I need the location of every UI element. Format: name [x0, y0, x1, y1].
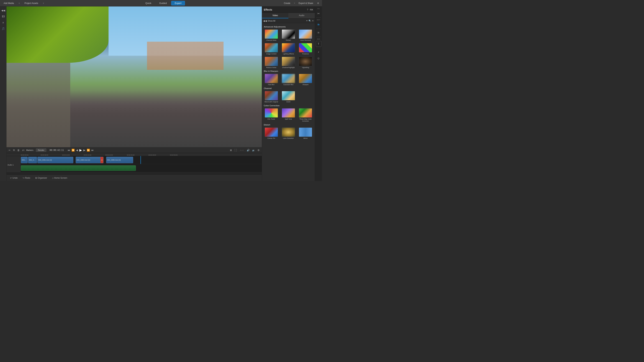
render-button[interactable]: Render: [36, 148, 46, 152]
export-share-button[interactable]: Export & Share: [297, 1, 315, 5]
monitor-settings-icon[interactable]: 🖥: [229, 148, 233, 152]
prev-frame-button[interactable]: ◀: [76, 148, 78, 152]
volume-icon[interactable]: 🔉: [252, 148, 256, 152]
thumb-lens-distortion: [282, 127, 295, 137]
label-three-way-corrector: Three-Way Color Corrector: [298, 118, 313, 122]
section-advanced-adjustments: Advanced Adjustments: [264, 26, 314, 28]
effect-gaussian-blur[interactable]: Gaussian Blur: [280, 73, 296, 86]
mode-guided[interactable]: Guided: [156, 1, 170, 5]
clip-img0368[interactable]: IMG_0368.: [28, 157, 37, 163]
effect-image-control[interactable]: Image Control: [263, 42, 280, 55]
ts-1: 00:00:08:00: [40, 154, 48, 156]
timeline-settings-icon[interactable]: ⚙: [257, 148, 260, 152]
audio-level-icon[interactable]: 🔊: [246, 148, 250, 152]
mode-expert[interactable]: Expert: [171, 1, 185, 5]
project-assets-button[interactable]: Project Assets: [23, 1, 40, 5]
redo-button[interactable]: ↪ Redo: [21, 176, 32, 180]
clip-img0385[interactable]: IMG_0385.mov [A]: [106, 157, 133, 163]
clip-img0383[interactable]: IMG_0383.mov [A] ✕: [76, 157, 104, 163]
audio-clip-1[interactable]: [21, 165, 136, 171]
organizer-button[interactable]: ⊞ Organizer: [34, 176, 48, 180]
scissors-tool-button[interactable]: ✂: [316, 10, 322, 16]
ts-7: 00:00:56:00: [170, 154, 178, 156]
effect-shadow-highlight[interactable]: Shadow/Highlight: [280, 56, 296, 69]
create-button[interactable]: Create: [282, 1, 292, 5]
sidebar-collapse-icon[interactable]: ◀◀: [1, 8, 6, 13]
thumb-channel-mixer: [265, 29, 278, 39]
thumb-lighting-effects: [282, 43, 295, 52]
effect-haze-removal[interactable]: Haze Removal: [298, 29, 314, 42]
label-haze-removal: Haze Removal: [300, 39, 311, 41]
markers-icon[interactable]: 🏷: [22, 148, 25, 152]
sidebar-layers-icon[interactable]: ≡: [1, 20, 6, 25]
label-lighting-effects: Lighting Effects: [283, 53, 294, 55]
tab-video[interactable]: Video: [262, 13, 288, 18]
add-section-label: ADD: [317, 38, 320, 40]
effect-corner-pin[interactable]: Corner Pin: [263, 127, 280, 140]
effect-channel-mixer[interactable]: Channel Mixer: [263, 29, 280, 42]
mode-quick[interactable]: Quick: [142, 1, 155, 5]
text-tool-button[interactable]: T: [316, 41, 322, 47]
timeline: 00:00:00:00 00:00:08:00 00:00:16:00 00:0…: [6, 153, 262, 175]
delete-icon[interactable]: 🗑: [16, 148, 20, 152]
effects-panel-title: Effects: [264, 8, 272, 11]
tab-audio[interactable]: Audio: [288, 13, 315, 18]
blur-sharpen-grid: Fast Blur Gaussian Blur Sharpen: [263, 73, 314, 86]
clip-img03[interactable]: IMG_03: [21, 157, 28, 163]
ts-4: 00:00:32:00: [105, 154, 113, 156]
edit-tool-button[interactable]: fx: [316, 22, 322, 27]
advanced-adjustments-grid: Channel Mixer Extract Haze Removal Image…: [263, 29, 314, 69]
top-right-actions: Create ▼ Export & Share ⚙: [282, 1, 320, 5]
effect-hsl-tuner[interactable]: HSL Tuner: [263, 108, 280, 123]
go-to-start-button[interactable]: ⏮: [67, 148, 70, 152]
duplicate-icon[interactable]: ⧉: [12, 148, 16, 152]
effects-help-button[interactable]: ?: [306, 8, 309, 11]
settings-icon-button[interactable]: ⚙: [316, 1, 320, 5]
thumb-mirror: [299, 127, 312, 137]
distort-grid: Corner Pin Lens Distortion Mirror: [263, 127, 314, 140]
effect-split-tone[interactable]: Split Tone: [280, 108, 296, 123]
sidebar-audio-icon[interactable]: 🎵: [1, 26, 6, 31]
play-button[interactable]: ▶: [79, 148, 82, 152]
show-all-button[interactable]: Show All: [268, 20, 305, 22]
home-screen-button[interactable]: ⌂ Home Screen: [51, 176, 69, 180]
effects-tool-button[interactable]: fx: [316, 30, 322, 35]
effect-lighting-effects[interactable]: Lighting Effects: [280, 42, 296, 55]
effect-lens-distortion[interactable]: Lens Distortion: [280, 127, 296, 140]
thumb-sharpen: [299, 74, 312, 83]
next-frame-button[interactable]: ▶: [83, 148, 86, 152]
effects-scroll-area[interactable]: Advanced Adjustments Channel Mixer Extra…: [262, 23, 315, 181]
effect-blend-original[interactable]: Blend with Original: [263, 90, 280, 103]
effect-mirror[interactable]: Mirror: [298, 127, 314, 140]
effect-vignetting[interactable]: Vignetting: [298, 56, 314, 69]
fullscreen-icon[interactable]: ⛶: [234, 148, 238, 152]
playhead[interactable]: [140, 156, 141, 164]
go-to-end-button[interactable]: ⏭: [91, 148, 94, 152]
effect-posterize[interactable]: Posterize: [298, 42, 314, 55]
label-image-control: Image Control: [266, 53, 276, 55]
step-forward-button[interactable]: ⏩: [86, 148, 90, 152]
mode-tabs: Quick Guided Expert: [47, 1, 280, 5]
smart-trim-icon[interactable]: ✂: [8, 148, 11, 152]
audio-tool-button[interactable]: ♪: [316, 49, 322, 55]
fix-section-label: FIX: [317, 7, 320, 10]
close-search-button[interactable]: ✕: [312, 19, 314, 22]
undo-button[interactable]: ↩ Undo: [8, 176, 19, 180]
effect-reduce-noise[interactable]: Reduce Noise: [263, 56, 280, 69]
clip-img0381[interactable]: IMG_0381.mov [A]: [38, 157, 73, 163]
section-channel: Channel: [264, 87, 314, 89]
ts-5: 00:00:40:00: [127, 154, 134, 156]
step-back-button[interactable]: ⏪: [71, 148, 75, 152]
label-shadow-highlight: Shadow/Highlight: [282, 67, 295, 69]
emoji-tool-button[interactable]: ☺: [316, 55, 322, 61]
add-media-button[interactable]: Add Media: [2, 1, 15, 5]
effect-fast-blur[interactable]: Fast Blur: [263, 73, 280, 86]
sidebar-media-icon[interactable]: 🎞: [1, 14, 6, 19]
effect-invert[interactable]: Invert: [280, 90, 296, 103]
search-effects-button[interactable]: 🔍: [308, 19, 311, 22]
effect-extract[interactable]: Extract: [280, 29, 296, 42]
effect-sharpen[interactable]: Sharpen: [298, 73, 314, 86]
preview-toolbar: ✂ ⧉ 🗑 🏷 Markers Render 00:00:42:11 ⏮ ⏪ ◀…: [6, 147, 262, 153]
prev-category-button[interactable]: ◀◀: [263, 19, 267, 22]
effect-three-way-corrector[interactable]: Three-Way Color Corrector: [298, 108, 314, 123]
